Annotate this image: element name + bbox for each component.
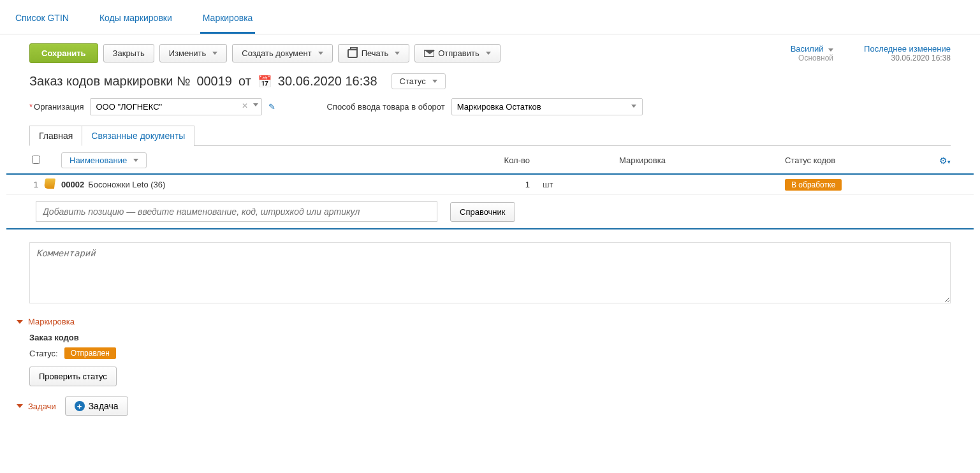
- add-row: Справочник: [6, 195, 974, 229]
- save-button[interactable]: Сохранить: [29, 43, 98, 63]
- row-name: 00002Босоножки Leto (36): [61, 180, 466, 189]
- tab-marking-codes[interactable]: Коды маркировки: [97, 6, 175, 34]
- tasks-section-toggle[interactable]: Задачи: [17, 402, 56, 411]
- organization-input[interactable]: [90, 98, 262, 115]
- table-row[interactable]: 1 00002Босоножки Leto (36) 1 шт В обрабо…: [6, 175, 974, 195]
- edit-org-icon[interactable]: ✎: [268, 102, 275, 112]
- send-button[interactable]: Отправить: [414, 44, 500, 62]
- user-block[interactable]: Василий Основной: [791, 44, 833, 62]
- org-label: *Организация: [29, 102, 84, 112]
- gear-icon[interactable]: ⚙▾: [932, 156, 951, 166]
- items-table: Наименование Кол-во Маркировка Статус ко…: [0, 146, 980, 229]
- name-column-dropdown[interactable]: Наименование: [61, 152, 147, 168]
- document-title: Заказ кодов маркировки № 00019 от 📅 30.0…: [0, 69, 980, 98]
- sub-tabs: Главная Связанные документы: [0, 126, 980, 146]
- create-document-button[interactable]: Создать документ: [232, 44, 332, 62]
- select-all-checkbox[interactable]: [32, 156, 40, 164]
- row-number: 1: [29, 180, 38, 189]
- calendar-icon[interactable]: 📅: [258, 75, 272, 89]
- tab-marking[interactable]: Маркировка: [200, 6, 256, 34]
- check-status-button[interactable]: Проверить статус: [29, 367, 117, 386]
- product-icon: [45, 178, 59, 191]
- row-unit: шт: [543, 180, 619, 189]
- mail-icon: [424, 50, 434, 57]
- caret-icon[interactable]: [631, 105, 636, 108]
- caret-icon: [318, 52, 323, 55]
- status-dropdown[interactable]: Статус: [391, 73, 446, 89]
- marking-header: Маркировка: [619, 156, 785, 165]
- top-tabs: Список GTIN Коды маркировки Маркировка: [0, 0, 980, 34]
- title-prefix: Заказ кодов маркировки №: [29, 74, 190, 89]
- marking-section-toggle[interactable]: Маркировка: [17, 317, 963, 326]
- tasks-section: Задачи + Задача: [0, 391, 980, 421]
- table-header: Наименование Кол-во Маркировка Статус ко…: [6, 146, 974, 175]
- plus-icon: +: [75, 401, 85, 411]
- print-button[interactable]: Печать: [338, 44, 410, 62]
- document-number: 00019: [196, 74, 232, 89]
- row-qty: 1: [466, 180, 543, 189]
- method-label: Способ ввода товара в оборот: [326, 102, 444, 112]
- add-position-input[interactable]: [36, 201, 437, 222]
- reference-button[interactable]: Справочник: [450, 202, 515, 222]
- caret-icon: [486, 52, 491, 55]
- edit-button[interactable]: Изменить: [159, 44, 228, 62]
- clear-icon[interactable]: ✕: [242, 101, 248, 110]
- last-change: Последнее изменение 30.06.2020 16:38: [864, 44, 951, 62]
- qty-header: Кол-во: [466, 156, 543, 165]
- document-datetime: 30.06.2020 16:38: [278, 74, 377, 89]
- title-from: от: [238, 74, 251, 89]
- caret-icon: [395, 52, 400, 55]
- form-row: *Организация ✕ ✎ Способ ввода товара в о…: [0, 98, 980, 126]
- status-label: Статус:: [29, 349, 58, 358]
- caret-icon[interactable]: [253, 103, 258, 106]
- close-button[interactable]: Закрыть: [103, 44, 154, 62]
- add-task-button[interactable]: + Задача: [65, 397, 128, 416]
- caret-icon: [432, 80, 437, 83]
- comment-textarea[interactable]: [29, 242, 951, 303]
- status-badge: Отправлен: [64, 347, 116, 359]
- marking-section: Маркировка Заказ кодов Статус: Отправлен…: [0, 312, 980, 391]
- subtab-linked-documents[interactable]: Связанные документы: [82, 126, 194, 146]
- print-icon: [347, 49, 358, 58]
- chevron-down-icon: [17, 320, 23, 324]
- row-status: В обработке: [785, 179, 951, 191]
- chevron-down-icon: [17, 404, 23, 408]
- status-header: Статус кодов: [785, 156, 932, 165]
- order-codes-title: Заказ кодов: [29, 333, 963, 342]
- subtab-main[interactable]: Главная: [29, 126, 82, 146]
- caret-icon: [133, 159, 138, 162]
- circulation-method-select[interactable]: [451, 98, 643, 115]
- toolbar: Сохранить Закрыть Изменить Создать докум…: [0, 34, 980, 69]
- caret-icon: [828, 48, 833, 52]
- tab-gtin-list[interactable]: Список GTIN: [13, 6, 71, 34]
- caret-icon: [212, 52, 217, 55]
